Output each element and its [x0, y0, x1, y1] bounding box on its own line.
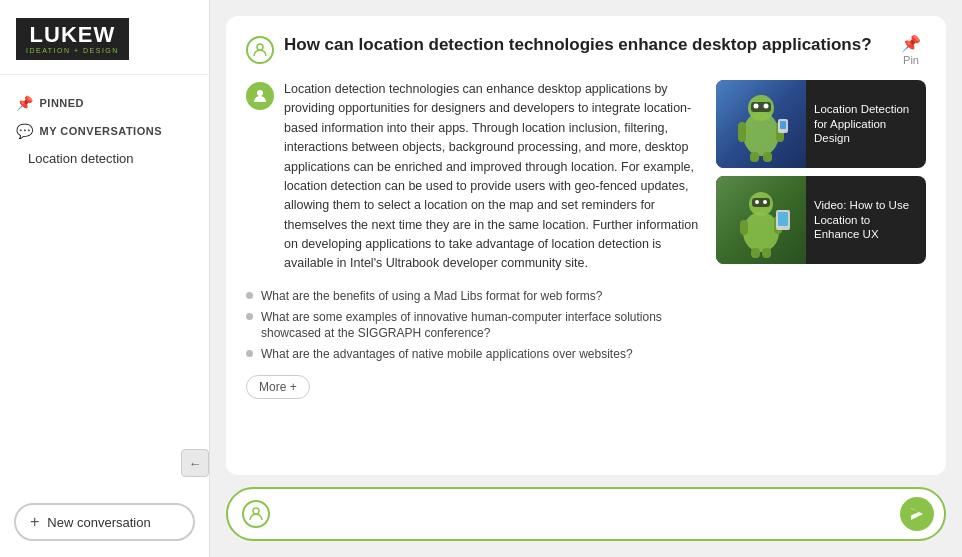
media-thumb-2 [716, 176, 806, 264]
media-label-2: Video: How to Use Location to Enhance UX [814, 198, 918, 243]
answer-left: Location detection technologies can enha… [246, 80, 702, 459]
media-card-1[interactable]: Location Detection for Application Desig… [716, 80, 926, 168]
new-conversation-button[interactable]: + New conversation [14, 503, 195, 541]
sidebar: LUKEW IDEATION + DESIGN 📌 PINNED 💬 MY CO… [0, 0, 210, 557]
pin-label: Pin [903, 54, 919, 66]
answer-row: Location detection technologies can enha… [246, 80, 926, 459]
svg-rect-15 [752, 198, 770, 207]
pin-icon: 📌 [16, 95, 34, 111]
logo-area: LUKEW IDEATION + DESIGN [0, 0, 209, 75]
svg-rect-12 [780, 121, 786, 129]
chat-icon: 💬 [16, 123, 34, 139]
new-conversation-label: New conversation [47, 515, 150, 530]
answer-right: Location Detection for Application Desig… [716, 80, 926, 459]
svg-rect-9 [750, 152, 759, 162]
logo-title: LUKEW [30, 24, 116, 46]
media-card-2[interactable]: Video: How to Use Location to Enhance UX [716, 176, 926, 264]
suggestions-list: What are the benefits of using a Mad Lib… [246, 288, 702, 363]
send-button[interactable] [900, 497, 934, 531]
svg-point-6 [764, 104, 769, 109]
svg-rect-23 [762, 248, 771, 258]
bullet-icon [246, 313, 253, 320]
svg-rect-20 [778, 212, 788, 226]
suggestion-text: What are the benefits of using a Mad Lib… [261, 288, 603, 305]
suggestion-item[interactable]: What are the advantages of native mobile… [246, 346, 702, 363]
suggestion-item[interactable]: What are the benefits of using a Mad Lib… [246, 288, 702, 305]
sidebar-nav: 📌 PINNED 💬 MY CONVERSATIONS Location det… [0, 75, 209, 491]
media-thumb-1 [716, 80, 806, 168]
pin-icon: 📌 [901, 34, 921, 53]
svg-point-5 [754, 104, 759, 109]
more-button[interactable]: More + [246, 375, 310, 399]
input-user-icon [242, 500, 270, 528]
pinned-label: PINNED [40, 97, 85, 109]
pin-button[interactable]: 📌 Pin [896, 34, 926, 66]
media-label-1: Location Detection for Application Desig… [814, 102, 918, 147]
suggestion-item[interactable]: What are some examples of innovative hum… [246, 309, 702, 343]
pinned-section: 📌 PINNED [0, 89, 209, 117]
suggestion-text: What are some examples of innovative hum… [261, 309, 702, 343]
bullet-icon [246, 350, 253, 357]
svg-rect-7 [738, 122, 746, 142]
user-avatar [246, 36, 274, 64]
svg-point-13 [743, 212, 779, 252]
chat-card: How can location detection technologies … [226, 16, 946, 475]
answer-main: Location detection technologies can enha… [246, 80, 702, 274]
svg-rect-22 [751, 248, 760, 258]
svg-point-1 [257, 90, 263, 96]
svg-point-17 [763, 200, 767, 204]
bullet-icon [246, 292, 253, 299]
conversations-section: 💬 MY CONVERSATIONS [0, 117, 209, 145]
suggestion-text: What are the advantages of native mobile… [261, 346, 633, 363]
svg-point-24 [253, 508, 259, 514]
svg-point-0 [257, 44, 263, 50]
sidebar-item-location-detection[interactable]: Location detection [0, 145, 209, 172]
main-content: How can location detection technologies … [210, 0, 962, 557]
question-text: How can location detection technologies … [284, 34, 886, 56]
ai-avatar [246, 82, 274, 110]
question-row: How can location detection technologies … [246, 34, 926, 66]
media-info-2: Video: How to Use Location to Enhance UX [806, 176, 926, 264]
media-info-1: Location Detection for Application Desig… [806, 80, 926, 168]
logo-subtitle: IDEATION + DESIGN [26, 46, 119, 56]
logo: LUKEW IDEATION + DESIGN [16, 18, 129, 60]
svg-rect-21 [740, 220, 748, 235]
svg-point-16 [755, 200, 759, 204]
plus-icon: + [30, 514, 39, 530]
svg-rect-10 [763, 152, 772, 162]
input-bar [226, 487, 946, 541]
answer-text: Location detection technologies can enha… [284, 80, 702, 274]
collapse-sidebar-button[interactable]: ← [181, 449, 209, 477]
message-input[interactable] [278, 506, 892, 522]
conversations-label: MY CONVERSATIONS [40, 125, 163, 137]
